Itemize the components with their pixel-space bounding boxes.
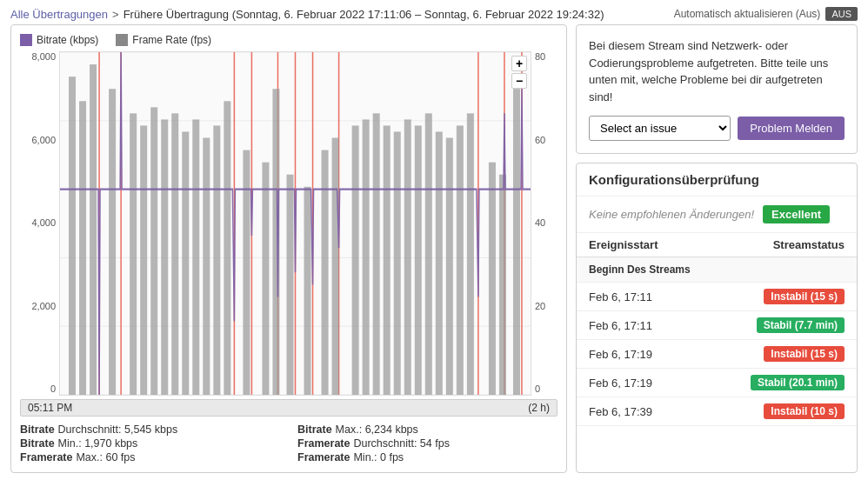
auto-update-label: Automatisch aktualisieren (Aus) <box>674 8 821 20</box>
svg-rect-46 <box>436 131 443 395</box>
svg-rect-43 <box>404 119 411 395</box>
event-status-4: Stabil (20.1 min) <box>717 375 845 390</box>
svg-rect-47 <box>446 138 453 396</box>
event-status-2: Stabil (7.7 min) <box>717 317 845 333</box>
excellent-badge: Excellent <box>763 205 830 223</box>
main-content: Bitrate (kbps) Frame Rate (fps) 8,000 6,… <box>0 24 868 473</box>
legend-color-bitrate <box>20 34 32 46</box>
svg-rect-52 <box>513 89 520 395</box>
legend-item-framerate: Frame Rate (fps) <box>116 34 211 46</box>
event-date-2: Feb 6, 17:11 <box>589 319 717 332</box>
stat-framerate-max: Framerate Max.: 60 fps <box>20 451 280 463</box>
status-badge: Stabil (20.1 min) <box>751 375 845 390</box>
config-box: Konfigurationsüberprüfung Keine empfohle… <box>576 163 858 473</box>
svg-rect-25 <box>171 113 178 395</box>
svg-rect-42 <box>394 131 401 395</box>
svg-rect-49 <box>467 113 474 395</box>
svg-rect-18 <box>79 101 86 395</box>
table-row: Feb 6, 17:11 Stabil (7.7 min) <box>577 311 857 340</box>
svg-rect-48 <box>457 125 464 395</box>
svg-rect-26 <box>182 131 189 395</box>
status-badge: Instabil (15 s) <box>764 289 845 304</box>
report-button[interactable]: Problem Melden <box>738 117 845 140</box>
status-badge: Instabil (15 s) <box>764 346 845 362</box>
svg-rect-51 <box>499 175 506 395</box>
event-table: Ereignisstart Streamstatus Beginn Des St… <box>577 233 857 472</box>
table-row: Feb 6, 17:19 Instabil (15 s) <box>577 340 857 369</box>
event-section-label: Beginn Des Streams <box>589 263 845 276</box>
zoom-controls: + − <box>511 56 527 89</box>
svg-rect-24 <box>161 119 168 395</box>
y-axis-right: 80 60 40 20 0 <box>531 51 558 396</box>
legend-item-bitrate: Bitrate (kbps) <box>20 34 98 46</box>
event-status-3: Instabil (15 s) <box>717 346 845 362</box>
issue-select[interactable]: Select an issue Netzwerkproblem Codierun… <box>589 116 731 141</box>
svg-rect-31 <box>243 150 250 395</box>
legend-color-framerate <box>116 34 128 46</box>
x-axis-duration: (2 h) <box>528 402 550 414</box>
event-status-1: Instabil (15 s) <box>717 289 845 304</box>
svg-rect-22 <box>140 125 147 395</box>
issue-text: Bei diesem Stream sind Netzwerk- oder Co… <box>589 37 845 105</box>
chart-legend: Bitrate (kbps) Frame Rate (fps) <box>20 34 558 46</box>
event-section-header: Beginn Des Streams <box>577 257 857 283</box>
top-nav: Alle Übertragungen > Frühere Übertragung… <box>0 0 868 24</box>
svg-rect-20 <box>109 89 116 395</box>
chart-area: 8,000 6,000 4,000 2,000 0 <box>20 51 558 396</box>
table-row: Feb 6, 17:11 Instabil (15 s) <box>577 283 857 311</box>
svg-rect-45 <box>425 113 432 395</box>
event-date-5: Feb 6, 17:39 <box>589 405 717 418</box>
svg-rect-39 <box>363 119 370 395</box>
stat-bitrate-min: Bitrate Min.: 1,970 kbps <box>20 437 280 450</box>
x-axis-start: 05:11 PM <box>28 402 72 414</box>
legend-label-framerate: Frame Rate (fps) <box>132 34 211 46</box>
svg-rect-44 <box>415 125 422 395</box>
event-status-5: Instabil (10 s) <box>717 403 845 419</box>
auto-update-toggle[interactable]: AUS <box>825 7 858 21</box>
col-header-event: Ereignisstart <box>589 238 717 251</box>
event-date-3: Feb 6, 17:19 <box>589 348 717 361</box>
x-axis-bar: 05:11 PM (2 h) <box>20 399 558 417</box>
config-no-changes-text: Keine empfohlenen Änderungen! <box>589 208 754 221</box>
event-table-header: Ereignisstart Streamstatus <box>577 233 857 257</box>
status-badge: Stabil (7.7 min) <box>757 317 845 333</box>
svg-rect-35 <box>304 187 311 395</box>
table-row: Feb 6, 17:19 Stabil (20.1 min) <box>577 369 857 397</box>
left-panel: Bitrate (kbps) Frame Rate (fps) 8,000 6,… <box>10 24 567 473</box>
y-axis-left: 8,000 6,000 4,000 2,000 0 <box>20 51 59 396</box>
svg-rect-30 <box>224 101 230 395</box>
svg-rect-27 <box>192 119 199 395</box>
svg-rect-17 <box>69 77 76 395</box>
event-date-1: Feb 6, 17:11 <box>589 290 717 303</box>
issue-box: Bei diesem Stream sind Netzwerk- oder Co… <box>576 24 858 154</box>
chart-canvas: + − <box>59 51 531 396</box>
legend-label-bitrate: Bitrate (kbps) <box>37 34 98 46</box>
col-header-status: Streamstatus <box>717 238 845 251</box>
svg-rect-29 <box>213 125 220 395</box>
zoom-out-button[interactable]: − <box>511 73 527 89</box>
auto-update-area: Automatisch aktualisieren (Aus) AUS <box>674 7 858 21</box>
svg-rect-32 <box>262 163 269 395</box>
svg-rect-23 <box>150 107 157 395</box>
svg-rect-36 <box>322 150 329 395</box>
event-date-4: Feb 6, 17:19 <box>589 377 717 390</box>
breadcrumb-sep: > <box>112 8 119 21</box>
stat-bitrate-avg: Bitrate Durchschnitt: 5,545 kbps <box>20 423 280 436</box>
breadcrumb-current: Frühere Übertragung (Sonntag, 6. Februar… <box>124 8 604 21</box>
stats-area: Bitrate Durchschnitt: 5,545 kbps Bitrate… <box>20 423 558 463</box>
issue-controls: Select an issue Netzwerkproblem Codierun… <box>589 116 845 141</box>
right-panel: Bei diesem Stream sind Netzwerk- oder Co… <box>576 24 858 473</box>
all-transmissions-link[interactable]: Alle Übertragungen <box>10 8 108 21</box>
config-no-changes: Keine empfohlenen Änderungen! Excellent <box>577 197 857 233</box>
table-row: Feb 6, 17:39 Instabil (10 s) <box>577 397 857 426</box>
svg-rect-21 <box>130 113 137 395</box>
stat-bitrate-max: Bitrate Max.: 6,234 kbps <box>297 423 558 436</box>
zoom-in-button[interactable]: + <box>511 56 527 71</box>
svg-rect-38 <box>352 125 359 395</box>
svg-rect-41 <box>384 125 391 395</box>
stat-framerate-avg: Framerate Durchschnitt: 54 fps <box>297 437 558 450</box>
svg-rect-34 <box>286 175 293 395</box>
stat-framerate-min: Framerate Min.: 0 fps <box>297 451 558 463</box>
svg-rect-40 <box>373 113 380 395</box>
config-header: Konfigurationsüberprüfung <box>577 163 857 197</box>
